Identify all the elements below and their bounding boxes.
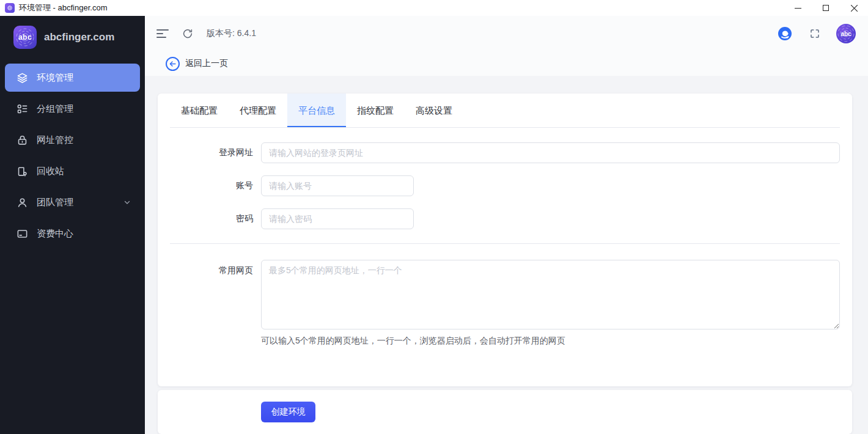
- team-icon: [16, 196, 28, 208]
- sidebar-item-label: 网址管控: [37, 134, 131, 146]
- sidebar-item-team[interactable]: 团队管理: [5, 188, 140, 216]
- fullscreen-icon[interactable]: [809, 28, 820, 39]
- sidebar-item-url-control[interactable]: 网址管控: [5, 126, 140, 154]
- form-row-account: 账号: [170, 175, 840, 196]
- refresh-icon[interactable]: [182, 28, 193, 39]
- top-toolbar: 版本号: 6.4.1: [145, 16, 868, 52]
- account-label: 账号: [170, 180, 261, 191]
- sidebar-item-label: 团队管理: [37, 197, 123, 208]
- sidebar-item-label: 资费中心: [37, 228, 131, 240]
- main-area: 版本号: 6.4.1: [145, 16, 868, 434]
- password-label: 密码: [170, 213, 261, 224]
- brand-name: abcfinger.com: [44, 31, 114, 43]
- collapse-sidebar-icon[interactable]: [156, 29, 169, 39]
- back-label: 返回上一页: [185, 58, 228, 69]
- titlebar: 环境管理 - abcfinger.com: [0, 0, 868, 16]
- account-input[interactable]: [261, 175, 414, 196]
- sidebar-item-recycle-bin[interactable]: 回收站: [5, 157, 140, 185]
- action-footer: 创建环境: [158, 390, 852, 434]
- tab-platform-info[interactable]: 平台信息: [287, 94, 346, 127]
- common-pages-hint: 可以输入5个常用的网页地址，一行一个，浏览器启动后，会自动打开常用的网页: [261, 336, 840, 347]
- sidebar: abc abcfinger.com 环境管理: [0, 16, 145, 434]
- settings-card: 基础配置 代理配置 平台信息 指纹配置 高级设置 登录网址 账号 密码: [158, 94, 852, 386]
- tab-fingerprint-config[interactable]: 指纹配置: [346, 94, 405, 127]
- sidebar-item-label: 回收站: [37, 166, 131, 177]
- chevron-down-icon: [123, 198, 131, 207]
- sidebar-item-label: 分组管理: [37, 103, 131, 115]
- user-avatar[interactable]: abc: [836, 24, 856, 43]
- sidebar-item-label: 环境管理: [37, 72, 131, 84]
- login-url-label: 登录网址: [170, 147, 261, 158]
- password-input[interactable]: [261, 208, 414, 229]
- form-row-common-pages: 常用网页: [170, 260, 840, 329]
- common-pages-label: 常用网页: [170, 260, 261, 276]
- brand-logo-text: abc: [18, 33, 32, 42]
- layers-icon: [16, 72, 28, 84]
- sidebar-item-groups[interactable]: 分组管理: [5, 95, 140, 123]
- toolbar-right: abc: [776, 24, 856, 43]
- brand: abc abcfinger.com: [0, 16, 145, 57]
- lock-icon: [16, 134, 28, 146]
- form-row-password: 密码: [170, 208, 840, 229]
- login-url-input[interactable]: [261, 142, 840, 163]
- section-divider: [170, 243, 840, 244]
- app-icon: [5, 3, 15, 13]
- avatar-text: abc: [840, 31, 851, 37]
- support-icon[interactable]: [776, 25, 793, 42]
- window-title: 环境管理 - abcfinger.com: [19, 2, 784, 13]
- content-area: 基础配置 代理配置 平台信息 指纹配置 高级设置 登录网址 账号 密码: [145, 76, 868, 434]
- recycle-bin-icon: [16, 165, 28, 177]
- tab-basic-config[interactable]: 基础配置: [170, 94, 229, 127]
- tab-proxy-config[interactable]: 代理配置: [229, 94, 287, 127]
- sidebar-menu: 环境管理 分组管理 网址管控: [0, 64, 145, 248]
- maximize-button[interactable]: [812, 0, 840, 16]
- group-icon: [16, 103, 28, 115]
- create-environment-button[interactable]: 创建环境: [261, 402, 315, 422]
- form-row-login-url: 登录网址: [170, 142, 840, 163]
- close-button[interactable]: [840, 0, 868, 16]
- version-label: 版本号: 6.4.1: [207, 28, 776, 39]
- brand-logo-icon: abc: [13, 26, 37, 49]
- tab-bar: 基础配置 代理配置 平台信息 指纹配置 高级设置: [170, 94, 840, 128]
- back-navigation[interactable]: 返回上一页: [145, 52, 868, 76]
- common-pages-textarea[interactable]: [261, 260, 840, 329]
- back-arrow-icon[interactable]: [166, 57, 180, 71]
- minimize-button[interactable]: [784, 0, 812, 16]
- tab-advanced-settings[interactable]: 高级设置: [405, 94, 463, 127]
- billing-card-icon: [16, 227, 28, 240]
- sidebar-item-billing[interactable]: 资费中心: [5, 219, 140, 248]
- sidebar-item-environment[interactable]: 环境管理: [5, 64, 140, 92]
